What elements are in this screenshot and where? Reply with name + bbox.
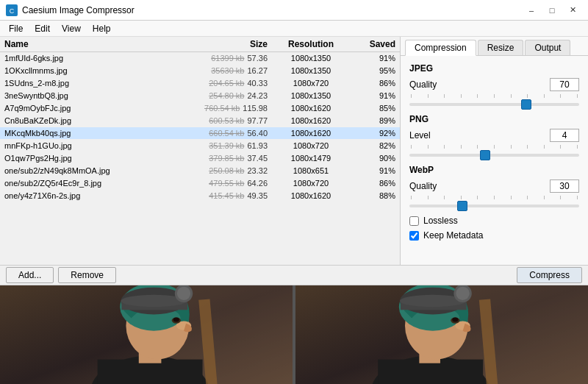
tick bbox=[527, 94, 528, 98]
tab-compression[interactable]: Compression bbox=[405, 40, 476, 56]
tick bbox=[428, 94, 429, 98]
tick bbox=[494, 145, 495, 149]
row-saved: 91% bbox=[351, 91, 395, 100]
col-header-resolution: Resolution bbox=[270, 39, 351, 49]
table-row[interactable]: O1qw7Pgs2Hg.jpg379.85 kb37.451080x147990… bbox=[0, 152, 400, 165]
table-header: Name Size Resolution Saved bbox=[0, 37, 400, 52]
webp-quality-input[interactable] bbox=[550, 179, 579, 193]
maximize-button[interactable]: □ bbox=[542, 3, 562, 18]
row-saved: 92% bbox=[351, 129, 395, 138]
tick bbox=[411, 145, 412, 149]
png-level-input[interactable] bbox=[550, 129, 579, 142]
tick bbox=[444, 196, 445, 199]
preview-section bbox=[0, 285, 588, 384]
row-saved: 88% bbox=[351, 191, 395, 200]
row-resolution: 1080x1620 bbox=[270, 116, 351, 125]
remove-button[interactable]: Remove bbox=[58, 267, 116, 283]
svg-point-14 bbox=[177, 287, 190, 300]
row-saved: 82% bbox=[351, 141, 395, 150]
row-saved: 86% bbox=[351, 79, 395, 88]
row-resolution: 1080x720 bbox=[270, 141, 351, 150]
table-row[interactable]: 1OKxcllmnms.jpg35630 kb16.271080x135095% bbox=[0, 65, 400, 77]
menu-help[interactable]: Help bbox=[87, 22, 117, 35]
row-saved: 85% bbox=[351, 104, 395, 113]
tick bbox=[544, 196, 545, 199]
compression-panel: JPEG Quality bbox=[401, 56, 588, 265]
row-name: mnFKp-h1GUo.jpg bbox=[4, 141, 197, 150]
table-row[interactable]: mnFKp-h1GUo.jpg351.39 kb61.931080x72082% bbox=[0, 140, 400, 152]
keep-metadata-label[interactable]: Keep Metadata bbox=[423, 230, 483, 241]
tick bbox=[577, 196, 578, 199]
row-resolution: 1080x1350 bbox=[270, 66, 351, 75]
svg-point-31 bbox=[456, 287, 469, 300]
table-row[interactable]: 1SUdns_2-m8.jpg204.65 kb40.331080x72086% bbox=[0, 77, 400, 90]
jpeg-quality-slider[interactable] bbox=[409, 103, 579, 106]
table-row[interactable]: MKcqMkb40qs.jpg660.54 kb56.401080x162092… bbox=[0, 127, 400, 140]
keep-metadata-row: Keep Metadata bbox=[409, 230, 579, 241]
row-name: Cn8uBaKZeDk.jpg bbox=[4, 116, 197, 125]
close-button[interactable]: ✕ bbox=[563, 3, 582, 18]
col-header-size: Size bbox=[197, 39, 270, 49]
menu-view[interactable]: View bbox=[56, 22, 87, 35]
tick bbox=[544, 145, 545, 149]
main-content: Name Size Resolution Saved 1mfUId-6gks.j… bbox=[0, 37, 588, 265]
png-level-slider[interactable] bbox=[409, 154, 579, 157]
lossless-label[interactable]: Lossless bbox=[423, 216, 458, 226]
row-size: 760.54 kb115.98 bbox=[197, 104, 270, 113]
add-button[interactable]: Add... bbox=[6, 267, 54, 283]
menu-file[interactable]: File bbox=[3, 22, 29, 35]
row-size: 660.54 kb56.40 bbox=[197, 129, 270, 138]
row-name: one/sub2/ZQ5r4Ec9r_8.jpg bbox=[4, 179, 197, 188]
jpeg-quality-input[interactable] bbox=[550, 78, 579, 91]
tab-output[interactable]: Output bbox=[525, 40, 570, 55]
table-row[interactable]: one/sub2/ZQ5r4Ec9r_8.jpg479.55 kb64.2610… bbox=[0, 177, 400, 190]
row-name: 3neSwyntbQ8.jpg bbox=[4, 91, 197, 100]
table-row[interactable]: 3neSwyntbQ8.jpg254.80 kb24.231080x135091… bbox=[0, 90, 400, 102]
tick bbox=[560, 196, 561, 199]
row-saved: 86% bbox=[351, 179, 395, 188]
title-bar-left: C Caesium Image Compressor bbox=[6, 4, 135, 16]
keep-metadata-checkbox[interactable] bbox=[409, 231, 419, 241]
webp-section-title: WebP bbox=[409, 165, 579, 175]
tick bbox=[444, 94, 445, 98]
row-name: 1SUdns_2-m8.jpg bbox=[4, 79, 197, 88]
table-row[interactable]: A7q9mOybFJc.jpg760.54 kb115.981080x16208… bbox=[0, 102, 400, 115]
lossless-checkbox[interactable] bbox=[409, 216, 419, 226]
table-row[interactable]: Cn8uBaKZeDk.jpg600.53 kb97.771080x162089… bbox=[0, 115, 400, 127]
table-row[interactable]: one/y4z71X6n-2s.jpg415.45 kb49.351080x16… bbox=[0, 190, 400, 202]
tick bbox=[511, 94, 512, 98]
table-row[interactable]: 1mfUId-6gks.jpg61399 kb57.361080x135091% bbox=[0, 52, 400, 65]
bottom-bar: Add... Remove Compress bbox=[0, 265, 588, 285]
tick bbox=[494, 94, 495, 98]
webp-quality-row: Quality bbox=[409, 179, 579, 193]
jpeg-section-title: JPEG bbox=[409, 63, 579, 74]
row-resolution: 1080x1350 bbox=[270, 91, 351, 100]
tick bbox=[477, 94, 478, 98]
row-name: A7q9mOybFJc.jpg bbox=[4, 104, 197, 113]
tick bbox=[444, 145, 445, 149]
menu-bar: File Edit View Help bbox=[0, 21, 588, 37]
right-panel: Compression Resize Output JPEG Quality bbox=[401, 37, 588, 265]
tick bbox=[428, 145, 429, 149]
table-row[interactable]: one/sub2/zN49qk8MmOA.jpg250.08 kb23.3210… bbox=[0, 165, 400, 177]
row-size: 61399 kb57.36 bbox=[197, 54, 270, 63]
file-table-scroll[interactable]: 1mfUId-6gks.jpg61399 kb57.361080x135091%… bbox=[0, 52, 400, 265]
png-slider-container bbox=[409, 145, 579, 159]
jpeg-slider-ticks bbox=[409, 94, 579, 98]
tick bbox=[461, 145, 462, 149]
tick bbox=[428, 196, 429, 199]
tick bbox=[511, 145, 512, 149]
preview-right bbox=[295, 285, 588, 384]
webp-quality-slider[interactable] bbox=[409, 205, 579, 207]
row-name: MKcqMkb40qs.jpg bbox=[4, 129, 197, 138]
app-icon: C bbox=[6, 4, 18, 16]
tick bbox=[511, 196, 512, 199]
compress-button[interactable]: Compress bbox=[517, 267, 582, 283]
minimize-button[interactable]: – bbox=[522, 3, 541, 18]
row-name: one/y4z71X6n-2s.jpg bbox=[4, 191, 197, 200]
row-name: O1qw7Pgs2Hg.jpg bbox=[4, 154, 197, 163]
menu-edit[interactable]: Edit bbox=[29, 22, 56, 35]
row-size: 479.55 kb64.26 bbox=[197, 179, 270, 188]
row-name: one/sub2/zN49qk8MmOA.jpg bbox=[4, 166, 197, 175]
tab-resize[interactable]: Resize bbox=[478, 40, 524, 55]
